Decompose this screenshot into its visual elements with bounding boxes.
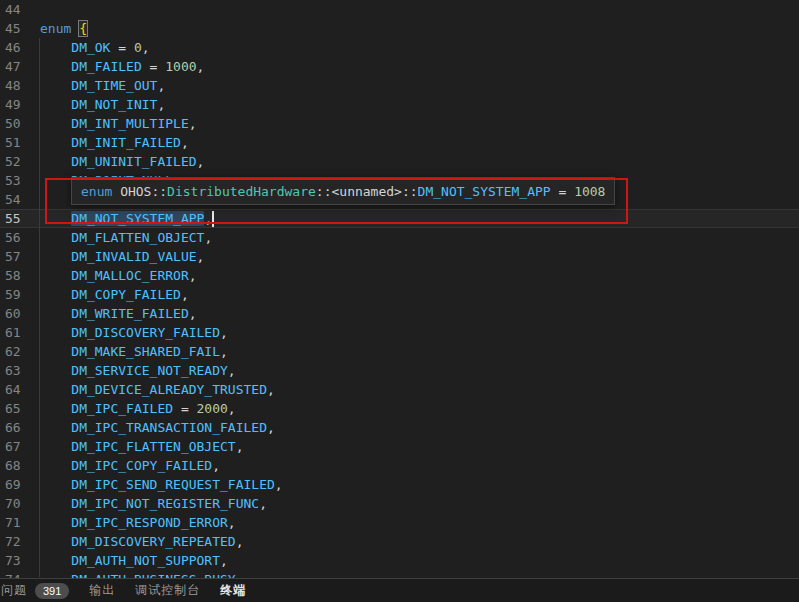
code-line-44[interactable]: 44 [0,0,799,19]
code-line-content[interactable]: DM_IPC_FAILED = 2000, [40,399,799,418]
code-line-63[interactable]: 63 DM_SERVICE_NOT_READY, [0,361,799,380]
line-number[interactable]: 51 [0,133,40,152]
code-line-content[interactable]: DM_MALLOC_ERROR, [40,266,799,285]
code-line-46[interactable]: 46 DM_OK = 0, [0,38,799,57]
tab-problems-label: 问题 [1,582,27,599]
code-line-content[interactable]: DM_OK = 0, [40,38,799,57]
code-line-content[interactable]: DM_INT_MULTIPLE, [40,114,799,133]
code-line-70[interactable]: 70 DM_IPC_NOT_REGISTER_FUNC, [0,494,799,513]
code-line-72[interactable]: 72 DM_DISCOVERY_REPEATED, [0,532,799,551]
code-line-content[interactable]: DM_SERVICE_NOT_READY, [40,361,799,380]
line-number[interactable]: 69 [0,475,40,494]
code-line-content[interactable]: DM_IPC_FLATTEN_OBJECT, [40,437,799,456]
code-line-49[interactable]: 49 DM_NOT_INIT, [0,95,799,114]
code-token [40,116,71,131]
code-line-61[interactable]: 61 DM_DISCOVERY_FAILED, [0,323,799,342]
tab-terminal[interactable]: 终端 [210,579,256,602]
code-line-62[interactable]: 62 DM_MAKE_SHARED_FAIL, [0,342,799,361]
line-number[interactable]: 49 [0,95,40,114]
line-number[interactable]: 53 [0,171,40,190]
code-token [40,268,71,283]
line-number[interactable]: 56 [0,228,40,247]
code-token: DM_MAKE_SHARED_FAIL [71,344,220,359]
code-line-content[interactable]: DM_AUTH_BUSINESS_BUSY, [40,570,799,578]
code-line-content[interactable]: DM_AUTH_NOT_SUPPORT, [40,551,799,570]
code-line-59[interactable]: 59 DM_COPY_FAILED, [0,285,799,304]
tab-debug-console[interactable]: 调试控制台 [125,579,210,602]
line-number[interactable]: 60 [0,304,40,323]
code-line-content[interactable]: DM_TIME_OUT, [40,76,799,95]
line-number[interactable]: 74 [0,570,40,578]
code-line-content[interactable]: DM_MAKE_SHARED_FAIL, [40,342,799,361]
code-line-52[interactable]: 52 DM_UNINIT_FAILED, [0,152,799,171]
code-line-content[interactable]: DM_DISCOVERY_FAILED, [40,323,799,342]
line-number[interactable]: 48 [0,76,40,95]
code-line-content[interactable]: DM_IPC_SEND_REQUEST_FAILED, [40,475,799,494]
code-line-68[interactable]: 68 DM_IPC_COPY_FAILED, [0,456,799,475]
code-line-55[interactable]: 55 DM_NOT_SYSTEM_APP, [0,209,799,228]
line-number[interactable]: 71 [0,513,40,532]
code-line-content[interactable]: DM_IPC_NOT_REGISTER_FUNC, [40,494,799,513]
line-number[interactable]: 58 [0,266,40,285]
code-line-74[interactable]: 74 DM_AUTH_BUSINESS_BUSY, [0,570,799,578]
line-number[interactable]: 59 [0,285,40,304]
line-number[interactable]: 52 [0,152,40,171]
tab-problems[interactable]: 问题 391 [0,579,79,602]
code-line-content[interactable] [40,0,799,19]
code-line-67[interactable]: 67 DM_IPC_FLATTEN_OBJECT, [0,437,799,456]
line-number[interactable]: 68 [0,456,40,475]
line-number[interactable]: 65 [0,399,40,418]
code-editor[interactable]: 4445enum {46 DM_OK = 0,47 DM_FAILED = 10… [0,0,799,578]
code-line-71[interactable]: 71 DM_IPC_RESPOND_ERROR, [0,513,799,532]
line-number[interactable]: 72 [0,532,40,551]
line-number[interactable]: 47 [0,57,40,76]
line-number[interactable]: 64 [0,380,40,399]
code-line-51[interactable]: 51 DM_INIT_FAILED, [0,133,799,152]
line-number[interactable]: 54 [0,190,40,209]
code-line-content[interactable]: DM_FAILED = 1000, [40,57,799,76]
line-number[interactable]: 62 [0,342,40,361]
code-line-content[interactable]: enum { [40,19,799,38]
line-number[interactable]: 57 [0,247,40,266]
code-line-65[interactable]: 65 DM_IPC_FAILED = 2000, [0,399,799,418]
code-line-45[interactable]: 45enum { [0,19,799,38]
code-line-content[interactable]: DM_DISCOVERY_REPEATED, [40,532,799,551]
code-line-content[interactable]: DM_IPC_COPY_FAILED, [40,456,799,475]
line-number[interactable]: 63 [0,361,40,380]
line-number[interactable]: 55 [0,209,40,228]
code-line-73[interactable]: 73 DM_AUTH_NOT_SUPPORT, [0,551,799,570]
line-number[interactable]: 46 [0,38,40,57]
code-line-57[interactable]: 57 DM_INVALID_VALUE, [0,247,799,266]
tab-output[interactable]: 输出 [79,579,125,602]
code-line-content[interactable]: DM_IPC_RESPOND_ERROR, [40,513,799,532]
code-line-56[interactable]: 56 DM_FLATTEN_OBJECT, [0,228,799,247]
line-number[interactable]: 66 [0,418,40,437]
line-number[interactable]: 70 [0,494,40,513]
code-token [40,496,71,511]
code-line-60[interactable]: 60 DM_WRITE_FAILED, [0,304,799,323]
line-number[interactable]: 67 [0,437,40,456]
code-line-content[interactable]: DM_NOT_SYSTEM_APP, [40,209,799,228]
code-line-58[interactable]: 58 DM_MALLOC_ERROR, [0,266,799,285]
line-number[interactable]: 73 [0,551,40,570]
code-line-48[interactable]: 48 DM_TIME_OUT, [0,76,799,95]
line-number[interactable]: 44 [0,0,40,19]
code-line-69[interactable]: 69 DM_IPC_SEND_REQUEST_FAILED, [0,475,799,494]
code-line-content[interactable]: DM_NOT_INIT, [40,95,799,114]
code-line-50[interactable]: 50 DM_INT_MULTIPLE, [0,114,799,133]
line-number[interactable]: 61 [0,323,40,342]
code-line-66[interactable]: 66 DM_IPC_TRANSACTION_FAILED, [0,418,799,437]
code-token: DM_DEVICE_ALREADY_TRUSTED [71,382,267,397]
code-line-content[interactable]: DM_FLATTEN_OBJECT, [40,228,799,247]
code-line-content[interactable]: DM_IPC_TRANSACTION_FAILED, [40,418,799,437]
code-line-content[interactable]: DM_INIT_FAILED, [40,133,799,152]
code-line-content[interactable]: DM_COPY_FAILED, [40,285,799,304]
line-number[interactable]: 45 [0,19,40,38]
code-line-47[interactable]: 47 DM_FAILED = 1000, [0,57,799,76]
code-line-content[interactable]: DM_WRITE_FAILED, [40,304,799,323]
code-line-content[interactable]: DM_INVALID_VALUE, [40,247,799,266]
code-line-64[interactable]: 64 DM_DEVICE_ALREADY_TRUSTED, [0,380,799,399]
line-number[interactable]: 50 [0,114,40,133]
code-line-content[interactable]: DM_DEVICE_ALREADY_TRUSTED, [40,380,799,399]
code-line-content[interactable]: DM_UNINIT_FAILED, [40,152,799,171]
